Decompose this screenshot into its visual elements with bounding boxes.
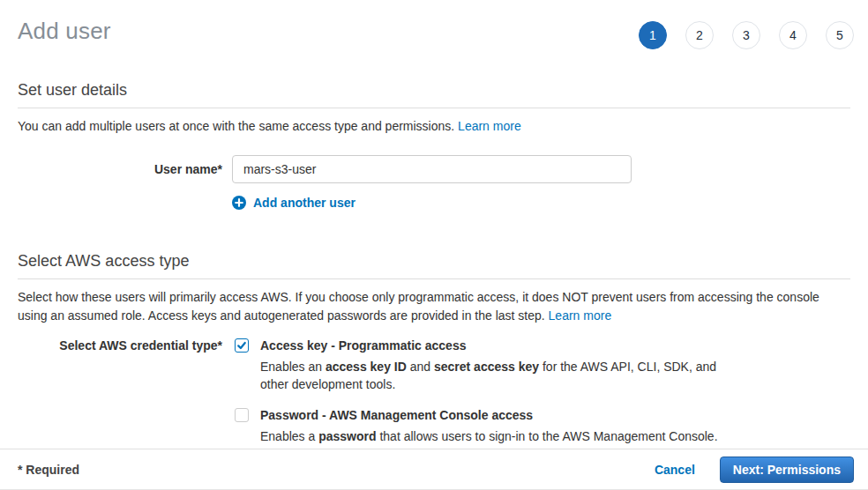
wizard-step-1: 1 <box>639 21 667 49</box>
access-type-description-text: Select how these users will primarily ac… <box>18 290 819 323</box>
user-details-heading: Set user details <box>18 81 850 108</box>
desc-bold: secret access key <box>434 360 539 374</box>
user-details-description-text: You can add multiple users at once with … <box>18 119 454 133</box>
password-option-title: Password - AWS Management Console access <box>260 407 718 423</box>
section-access-type: Select AWS access type Select how these … <box>0 252 868 445</box>
desc-bold: password <box>318 429 376 443</box>
wizard-footer: * Required Cancel Next: Permissions <box>0 449 868 490</box>
add-user-page: Add user 1 2 3 4 5 Set user details You … <box>0 0 868 490</box>
password-option-description: Enables a password that allows users to … <box>260 427 718 445</box>
desc-text: Enables a <box>260 429 318 443</box>
desc-text: that allows users to sign-in to the AWS … <box>377 429 718 443</box>
credential-type-row: Select AWS credential type* Access key -… <box>18 338 850 445</box>
section-user-details: Set user details You can add multiple us… <box>0 81 868 210</box>
user-details-description: You can add multiple users at once with … <box>18 117 850 136</box>
password-checkbox[interactable] <box>235 408 249 422</box>
option-access-key: Access key - Programmatic access Enables… <box>232 338 732 393</box>
wizard-step-5: 5 <box>826 21 854 49</box>
desc-text: and <box>407 360 434 374</box>
checkmark-icon <box>236 340 247 351</box>
wizard-step-4: 4 <box>779 21 807 49</box>
access-type-learn-more-link[interactable]: Learn more <box>549 308 612 323</box>
password-option-body: Password - AWS Management Console access… <box>260 407 718 445</box>
username-label: User name* <box>18 155 222 183</box>
add-another-user-button[interactable]: Add another user <box>232 196 850 210</box>
user-details-learn-more-link[interactable]: Learn more <box>458 119 521 133</box>
desc-bold: access key ID <box>326 360 407 374</box>
access-key-option-description: Enables an access key ID and secret acce… <box>260 358 732 393</box>
wizard-step-2: 2 <box>685 21 714 49</box>
wizard-steps: 1 2 3 4 5 <box>639 21 854 49</box>
credential-type-label: Select AWS credential type* <box>18 338 222 445</box>
page-header: Add user 1 2 3 4 5 <box>0 0 868 62</box>
access-key-option-body: Access key - Programmatic access Enables… <box>260 338 732 393</box>
desc-text: Enables an <box>260 360 326 374</box>
credential-options: Access key - Programmatic access Enables… <box>232 338 732 445</box>
access-type-description: Select how these users will primarily ac… <box>18 288 850 325</box>
next-permissions-button[interactable]: Next: Permissions <box>720 457 854 483</box>
access-type-heading: Select AWS access type <box>18 252 850 279</box>
option-password: Password - AWS Management Console access… <box>232 407 732 445</box>
cancel-button[interactable]: Cancel <box>655 463 695 477</box>
required-note: * Required <box>18 463 79 477</box>
add-another-user-label: Add another user <box>253 196 355 210</box>
wizard-step-3: 3 <box>732 21 760 49</box>
access-key-option-title: Access key - Programmatic access <box>260 338 732 353</box>
username-input[interactable] <box>232 155 632 183</box>
username-row: User name* <box>18 155 850 183</box>
access-key-checkbox[interactable] <box>235 338 249 353</box>
plus-circle-icon <box>232 196 246 210</box>
